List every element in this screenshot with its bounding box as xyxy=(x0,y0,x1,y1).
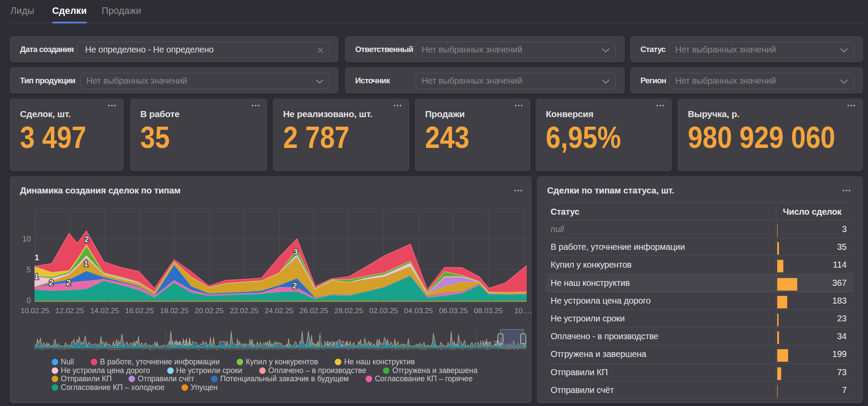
svg-text:Июл '24: Июл '24 xyxy=(324,339,348,347)
svg-text:14.02.25: 14.02.25 xyxy=(90,307,119,315)
svg-text:Янв '24: Янв '24 xyxy=(168,339,191,347)
svg-text:02.03.25: 02.03.25 xyxy=(370,307,398,315)
svg-text:18.02.25: 18.02.25 xyxy=(160,307,189,315)
svg-text:5: 5 xyxy=(26,265,31,274)
svg-text:22.02.25: 22.02.25 xyxy=(230,307,258,315)
svg-text:3: 3 xyxy=(294,247,298,256)
svg-text:04.03.25: 04.03.25 xyxy=(404,307,433,315)
svg-text:2: 2 xyxy=(85,235,89,244)
svg-text:12.02.25: 12.02.25 xyxy=(56,307,84,315)
svg-text:08.03.25: 08.03.25 xyxy=(474,307,503,315)
svg-text:2: 2 xyxy=(49,278,53,287)
svg-text:24.02.25: 24.02.25 xyxy=(265,307,294,315)
svg-text:06.03.25: 06.03.25 xyxy=(439,307,468,315)
svg-text:10: 10 xyxy=(23,235,31,243)
svg-text:2: 2 xyxy=(293,281,297,290)
svg-text:0: 0 xyxy=(26,296,31,305)
svg-text:26.02.25: 26.02.25 xyxy=(300,307,328,315)
svg-text:2: 2 xyxy=(66,278,71,287)
svg-text:16.02.25: 16.02.25 xyxy=(125,307,154,315)
svg-text:10.02.25: 10.02.25 xyxy=(20,307,49,315)
svg-text:10….: 10…. xyxy=(515,307,532,315)
svg-text:1: 1 xyxy=(34,272,39,281)
svg-text:1: 1 xyxy=(35,253,39,262)
svg-text:20.02.25: 20.02.25 xyxy=(195,307,224,315)
svg-text:28.02.25: 28.02.25 xyxy=(334,307,363,315)
svg-text:1: 1 xyxy=(84,259,88,268)
